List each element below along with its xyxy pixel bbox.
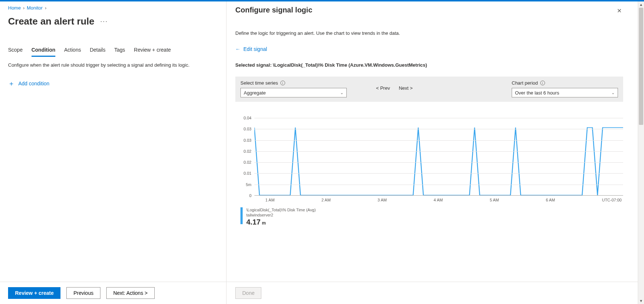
done-button[interactable]: Done [235,287,261,299]
selected-signal-value: \LogicalDisk(_Total)\% Disk Time (Azure.… [273,62,427,68]
y-tick: 0.03 [244,127,251,131]
edit-signal-link[interactable]: ← Edit signal [235,46,623,52]
x-tick: 4 AM [434,198,443,202]
y-tick: 5m [246,182,251,187]
chart-period-value: Over the last 6 hours [515,90,559,96]
chart-timezone: UTC-07:00 [602,198,622,202]
chart-period-label: Chart period [512,80,538,86]
add-condition-label: Add condition [18,81,49,86]
chevron-down-icon: ⌄ [340,90,343,95]
time-series-label: Select time series [240,80,278,86]
tab-description: Configure when the alert rule should tri… [8,62,226,68]
chevron-right-icon: › [23,5,25,11]
close-icon[interactable]: ✕ [615,6,623,16]
x-tick: 6 AM [546,198,555,202]
chart-legend: \LogicalDisk(_Total)\% Disk Time (Avg) t… [240,207,623,226]
previous-button[interactable]: Previous [66,287,100,299]
x-tick: 5 AM [490,198,499,202]
x-tick: 3 AM [378,198,387,202]
edit-signal-label: Edit signal [243,46,267,52]
page-title: Create an alert rule [8,16,95,27]
prev-link[interactable]: < Prev [376,85,390,91]
breadcrumb-monitor[interactable]: Monitor [27,5,43,11]
scroll-thumb[interactable] [639,8,643,125]
y-tick: 0.03 [244,138,251,142]
chevron-down-icon: ⌄ [611,90,615,95]
legend-series-name: \LogicalDisk(_Total)\% Disk Time (Avg) [246,207,316,212]
breadcrumb-home[interactable]: Home [8,5,21,11]
y-tick: 0.04 [244,116,251,120]
review-create-button[interactable]: Review + create [8,287,60,299]
tab-scope[interactable]: Scope [8,47,23,57]
chart: 0.040.030.030.020.020.015m0 1 AM2 AM3 AM… [235,118,623,226]
legend-unit: m [262,220,266,226]
scroll-down-icon[interactable]: ▼ [639,298,643,304]
info-icon[interactable]: i [540,81,545,85]
panel-subtitle: Define the logic for triggering an alert… [235,30,623,36]
next-link[interactable]: Next > [399,85,413,91]
chevron-right-icon: › [45,5,46,11]
tab-details[interactable]: Details [90,47,106,57]
scrollbar[interactable]: ▲ ▼ [638,1,644,304]
panel-title: Configure signal logic [235,6,312,14]
filter-bar: Select time series i Aggregate ⌄ < Prev … [235,77,623,102]
breadcrumb: Home › Monitor › [8,5,226,11]
tabs: ScopeConditionActionsDetailsTagsReview +… [8,47,226,57]
add-condition-button[interactable]: ＋ Add condition [8,80,226,87]
y-tick: 0.02 [244,149,251,153]
y-tick: 0.01 [244,171,251,175]
time-series-select[interactable]: Aggregate ⌄ [240,88,347,97]
x-tick: 2 AM [321,198,331,202]
selected-signal: Selected signal: \LogicalDisk(_Total)\% … [235,62,623,68]
info-icon[interactable]: i [280,81,285,85]
arrow-left-icon: ← [235,46,240,52]
chart-period-select[interactable]: Over the last 6 hours ⌄ [512,88,618,97]
legend-resource-name: tailwindserver2 [246,212,316,218]
legend-value: 4.17 [246,218,261,226]
selected-signal-label: Selected signal: [235,62,272,68]
time-series-value: Aggregate [244,90,266,96]
tab-condition[interactable]: Condition [32,47,55,57]
tab-tags[interactable]: Tags [114,47,125,57]
scroll-up-icon[interactable]: ▲ [639,1,643,8]
x-tick: 1 AM [265,198,275,202]
legend-color-icon [240,207,243,224]
more-icon[interactable]: ··· [100,18,108,25]
y-tick: 0.02 [244,160,251,164]
tab-review-create[interactable]: Review + create [134,47,171,57]
tab-actions[interactable]: Actions [64,47,81,57]
y-tick: 0 [249,193,251,198]
next-actions-button[interactable]: Next: Actions > [106,287,155,299]
plus-icon: ＋ [8,80,15,87]
